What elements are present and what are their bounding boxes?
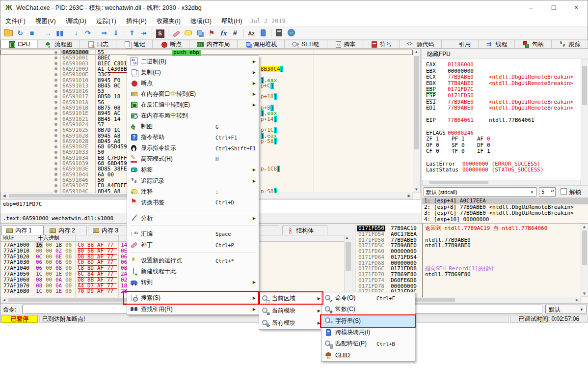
stop-icon[interactable]: ■	[26, 28, 38, 38]
menu-item-补丁[interactable]: 补丁Ctrl+P	[127, 240, 259, 251]
stack-arg-row[interactable]: 4: [esp+10] 00000000	[422, 217, 588, 223]
breakpoint-dot[interactable]	[54, 62, 57, 65]
breakpoint-dot[interactable]	[54, 134, 57, 137]
menu-item-高亮模式(H)[interactable]: 高亮模式(H)H	[127, 154, 259, 165]
maximize-button[interactable]: □	[542, 0, 565, 15]
execute-till-return-icon[interactable]: ⇒	[98, 28, 110, 38]
menu-item-命令(O)[interactable]: >命令(O)Ctrl+F	[321, 292, 415, 304]
menu-item-跨模块调用(I)[interactable]: 跨模块调用(I)	[321, 327, 415, 338]
minimize-button[interactable]: –	[520, 0, 542, 15]
pattern-icon[interactable]: #	[229, 28, 241, 38]
disasm-vscrollbar[interactable]: ▲▼	[413, 49, 421, 193]
menu-item-显示指令提示[interactable]: 显示指令提示Ctrl+Shift+F1	[127, 143, 259, 154]
stack-row[interactable]: 0171FD7077B69F80ntdll.77B69F80	[355, 272, 581, 278]
menu-item-当前区域[interactable]: □当前区域▶	[259, 292, 323, 305]
breakpoint-dot[interactable]	[54, 173, 57, 176]
menubar-item[interactable]: 文件(F)	[0, 15, 30, 28]
menu-item-当前模块[interactable]: ⊠当前模块▶	[259, 305, 323, 317]
breakpoint-dot[interactable]	[54, 151, 57, 154]
globe-icon[interactable]	[285, 28, 297, 38]
menubar-item[interactable]: 视图(V)	[30, 15, 61, 28]
breakpoint-dot[interactable]	[54, 140, 57, 142]
breakpoint-dot[interactable]	[54, 73, 57, 76]
restart-icon[interactable]: ↻	[14, 28, 26, 38]
command-profile-dropdown[interactable]: 默认▼	[545, 305, 587, 313]
step-out-icon[interactable]: ⇓	[110, 28, 122, 38]
menubar-item[interactable]: 追踪(T)	[91, 15, 121, 28]
menu-item-字符串(S)[interactable]: “字符串(S)	[321, 315, 415, 327]
tab-笔记[interactable]: 笔记	[116, 40, 153, 48]
stack-arg-row[interactable]: 3: [esp+C] 77B9ABE0 <ntdll.DbgUiRemoteBr…	[422, 210, 588, 217]
menu-item-在内存窗口中转到(E)[interactable]: 在内存窗口中转到(E)▶	[127, 88, 259, 99]
breakpoint-dot[interactable]	[54, 117, 57, 120]
breakpoint-dot[interactable]	[54, 162, 57, 165]
menu-item-注释[interactable]: 注释;	[127, 186, 259, 197]
menubar-item[interactable]: 插件(P)	[121, 15, 152, 28]
registers-vscrollbar[interactable]	[581, 59, 588, 186]
tab-跟踪[interactable]: 跟踪	[551, 40, 588, 48]
menubar-item[interactable]: 选项(O)	[186, 15, 216, 28]
run-to-user-code-icon[interactable]: ⇑	[126, 28, 138, 38]
breakpoint-dot[interactable]	[54, 90, 57, 93]
breakpoint-dot[interactable]	[54, 79, 57, 82]
breakpoint-dot[interactable]	[54, 107, 57, 110]
tab-流程图[interactable]: 流程图	[37, 40, 80, 48]
stack-row[interactable]: 0171FD74D60FE6D6	[355, 278, 581, 283]
breakpoint-dot[interactable]	[54, 51, 57, 54]
tab-日志[interactable]: 日志	[80, 40, 116, 48]
tab-断点[interactable]: 断点	[152, 40, 189, 48]
intermodular-calls-icon[interactable]	[257, 28, 269, 38]
breakpoint-dot[interactable]	[54, 184, 57, 187]
tab-引用[interactable]: 引用	[441, 40, 478, 48]
step-into-icon[interactable]: ↓	[70, 28, 82, 38]
tab-内存 1[interactable]: 内存 1	[1, 225, 44, 235]
menu-item-复制(C)[interactable]: 复制(C)▶	[127, 67, 259, 78]
trace-into-icon[interactable]: ↠	[138, 28, 150, 38]
arg-count-stepper[interactable]: 5	[539, 187, 556, 197]
breakpoint-dot[interactable]	[54, 168, 57, 170]
menu-item-在内存布局中转到[interactable]: 在内存布局中转到	[127, 110, 259, 121]
menubar-item[interactable]: 帮助(H)	[216, 15, 247, 28]
stack-row[interactable]: 0171FD54A0C17EEA	[355, 231, 581, 237]
bookmarks-icon[interactable]: ⚑	[206, 28, 217, 38]
breakpoint-dot[interactable]	[54, 95, 57, 98]
stack-pane[interactable]: 0171FD5077B9AC19返回到 ntdll.77B9AC19 自 ntd…	[355, 223, 588, 303]
calculator-icon[interactable]	[273, 28, 285, 38]
menu-item-标签[interactable]: 标签▶	[127, 165, 259, 175]
comments-icon[interactable]	[182, 28, 194, 38]
stack-row[interactable]: 0171FD6000000000	[355, 249, 581, 255]
menu-item-指令帮助[interactable]: 指令帮助Ctrl+F1	[127, 132, 259, 143]
stack-vscrollbar[interactable]: ▲▼	[581, 224, 588, 297]
menu-item-追踪记录[interactable]: 追踪记录▶	[127, 175, 259, 186]
patch-icon[interactable]	[170, 28, 182, 38]
menu-item-所有模块[interactable]: ※所有模块▶	[259, 317, 323, 329]
breakpoint-dot[interactable]	[54, 129, 57, 132]
breakpoint-dot[interactable]	[54, 178, 57, 181]
menu-item-转到[interactable]: 转到▶	[127, 277, 259, 288]
stack-row[interactable]: 0171FD5C77B9ABE0ntdll.77B9ABE0	[355, 243, 581, 249]
menu-item-GUID[interactable]: GUID	[321, 349, 415, 361]
menu-item-分析[interactable]: 分析▶	[127, 213, 259, 224]
registers-pane[interactable]: 隐藏FPU EAX01186000EBX00000000ECX77B9ABE0<…	[422, 49, 588, 223]
tab-源代码[interactable]: 源代码	[399, 40, 442, 48]
menubar-item[interactable]: 调试(D)	[61, 15, 91, 28]
menu-item-断点[interactable]: 断点▶	[127, 78, 259, 88]
tab-内存 2[interactable]: 内存 2	[45, 225, 87, 235]
hide-fpu-button[interactable]: 隐藏FPU	[422, 49, 588, 58]
menu-item-制图[interactable]: 制图G	[127, 121, 259, 132]
menu-item-查找引用(R)[interactable]: 查找引用(R)▶	[127, 304, 259, 314]
functions-icon[interactable]: fx	[217, 28, 229, 38]
call-stack-icon[interactable]	[194, 28, 206, 38]
breakpoint-dot[interactable]	[54, 67, 57, 70]
stack-arg-row[interactable]: 1: [esp+4] A0C17EEA	[422, 198, 588, 204]
breakpoint-dot[interactable]	[54, 57, 57, 59]
menu-item-搜索(S)[interactable]: 搜索(S)▶	[127, 293, 259, 304]
tab-CPU[interactable]: CPU	[0, 40, 38, 48]
menu-item-设置新的运行点[interactable]: 设置新的运行点Ctrl+*	[127, 255, 259, 266]
menu-item-匹配特征(P)[interactable]: ▒匹配特征(P)Ctrl+B	[321, 338, 415, 349]
tab-符号[interactable]: 符号	[363, 40, 399, 48]
menu-item-汇编[interactable]: 汇编Space	[127, 228, 259, 239]
breakpoint-dot[interactable]	[54, 101, 57, 104]
step-over-icon[interactable]: ↷	[82, 28, 94, 38]
menu-item-新建线程于此[interactable]: 新建线程于此	[127, 266, 259, 277]
